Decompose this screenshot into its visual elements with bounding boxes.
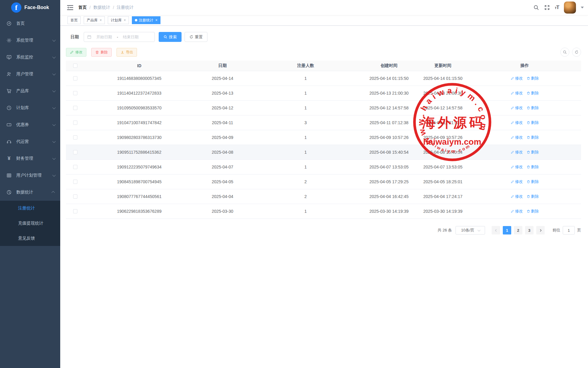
row-checkbox[interactable] <box>73 106 77 110</box>
table-search-button[interactable] <box>560 48 569 57</box>
row-checkbox[interactable] <box>73 91 77 95</box>
row-delete-link[interactable]: 删除 <box>527 105 539 111</box>
page-button-2[interactable]: 2 <box>514 226 522 234</box>
sidebar-item-finance-management[interactable]: ¥ 财务管理 <box>0 150 60 167</box>
toolbar: 修改 删除 导出 <box>66 48 581 57</box>
page-size-select[interactable]: 10条/页 <box>456 226 485 234</box>
search-button[interactable]: 搜索 <box>159 32 182 42</box>
row-checkbox[interactable] <box>73 180 77 184</box>
row-delete-link[interactable]: 删除 <box>527 135 539 140</box>
row-edit-label: 修改 <box>515 209 523 214</box>
cell-updated-time: 2025-04-12 14:57:58 <box>418 105 468 110</box>
breadcrumb-home[interactable]: 首页 <box>78 5 87 10</box>
row-edit-link[interactable]: 修改 <box>511 149 523 155</box>
table-refresh-button[interactable] <box>572 48 581 57</box>
search-icon[interactable] <box>533 5 539 11</box>
row-checkbox[interactable] <box>73 194 77 199</box>
tab-close-icon[interactable]: × <box>100 18 102 22</box>
export-button[interactable]: 导出 <box>117 48 137 57</box>
brand-header[interactable]: f Face-Book <box>0 0 60 15</box>
cell-id: 1906229818353676289 <box>84 209 194 214</box>
sidebar-item-agency-operation[interactable]: 代运营 <box>0 133 60 150</box>
row-delete-link[interactable]: 删除 <box>527 76 539 81</box>
breadcrumb-data-statistics[interactable]: 数据统计 <box>93 5 110 10</box>
row-checkbox[interactable] <box>73 135 77 140</box>
tab-close-icon[interactable]: × <box>155 18 157 22</box>
reset-button[interactable]: 重置 <box>185 32 207 42</box>
cell-register-count: 2 <box>251 179 360 184</box>
avatar[interactable] <box>564 2 576 14</box>
trash-icon <box>527 195 530 198</box>
column-header-updated-time[interactable]: 更新时间 <box>418 63 468 68</box>
row-checkbox[interactable] <box>73 76 77 80</box>
delete-button[interactable]: 删除 <box>91 48 112 57</box>
row-delete-link[interactable]: 删除 <box>527 209 539 214</box>
next-page-button[interactable] <box>536 226 545 234</box>
tab-home[interactable]: 首页 <box>67 16 81 24</box>
sidebar-collapse-icon[interactable] <box>67 5 73 10</box>
row-delete-link[interactable]: 删除 <box>527 120 539 125</box>
sidebar-item-coupons[interactable]: 优惠券 <box>0 116 60 133</box>
column-header-id[interactable]: ID <box>84 63 194 68</box>
tab-plan-library[interactable]: 计划库 × <box>108 16 129 24</box>
page-button-3[interactable]: 3 <box>525 226 534 234</box>
row-delete-link[interactable]: 删除 <box>527 179 539 184</box>
font-size-icon[interactable]: тT <box>555 5 559 11</box>
row-edit-link[interactable]: 修改 <box>511 76 523 81</box>
row-edit-link[interactable]: 修改 <box>511 90 523 96</box>
tab-close-icon[interactable]: × <box>124 18 126 22</box>
fullscreen-icon[interactable] <box>544 5 550 11</box>
trash-icon <box>527 180 530 184</box>
column-header-date[interactable]: 日期 <box>194 63 251 68</box>
tab-register-statistics[interactable]: 注册统计 × <box>132 16 160 24</box>
edit-button[interactable]: 修改 <box>66 48 86 57</box>
row-checkbox[interactable] <box>73 121 77 125</box>
trash-icon <box>527 106 530 110</box>
sidebar-item-home[interactable]: 首页 <box>0 15 60 32</box>
row-edit-link[interactable]: 修改 <box>511 135 523 140</box>
column-header-register-count[interactable]: 注册人数 <box>251 63 360 68</box>
cell-register-count: 1 <box>251 91 360 96</box>
sidebar-item-system-monitor[interactable]: 系统监控 <box>0 49 60 66</box>
column-header-created-time[interactable]: 创建时间 <box>360 63 418 68</box>
avatar-dropdown-caret-icon[interactable] <box>581 7 584 8</box>
sidebar-item-product-library[interactable]: 产品库 <box>0 83 60 99</box>
monitor-icon <box>6 54 12 60</box>
row-edit-link[interactable]: 修改 <box>511 179 523 184</box>
row-edit-link[interactable]: 修改 <box>511 120 523 125</box>
row-edit-link[interactable]: 修改 <box>511 164 523 170</box>
tab-product-library[interactable]: 产品库 × <box>84 16 105 24</box>
row-checkbox[interactable] <box>73 150 77 154</box>
row-delete-link[interactable]: 删除 <box>527 194 539 199</box>
sidebar-item-label: 计划库 <box>16 105 29 111</box>
search-icon <box>163 35 167 39</box>
sidebar-item-feedback[interactable]: 意见反馈 <box>0 231 60 246</box>
row-checkbox[interactable] <box>73 165 77 169</box>
sidebar-item-data-statistics[interactable]: 数据统计 <box>0 184 60 201</box>
prev-page-button[interactable] <box>492 226 500 234</box>
cell-register-count: 2 <box>251 194 360 199</box>
submenu-item-label: 注册统计 <box>18 206 35 211</box>
row-edit-link[interactable]: 修改 <box>511 209 523 214</box>
sidebar-item-plan-library[interactable]: 计划库 <box>0 99 60 116</box>
end-date-input[interactable] <box>120 35 142 39</box>
sidebar-item-register-statistics[interactable]: 注册统计 <box>0 201 60 216</box>
select-all-checkbox[interactable] <box>73 64 77 68</box>
row-delete-link[interactable]: 删除 <box>527 164 539 170</box>
sidebar-item-user-plan-management[interactable]: 用户计划管理 <box>0 167 60 184</box>
row-delete-link[interactable]: 删除 <box>527 149 539 155</box>
sidebar-item-user-management[interactable]: 用户管理 <box>0 66 60 83</box>
sidebar-item-recharge-withdraw-statistics[interactable]: 充值提现统计 <box>0 216 60 231</box>
chevron-down-icon <box>52 55 56 58</box>
sidebar-item-system-management[interactable]: 系统管理 <box>0 32 60 49</box>
pencil-icon <box>511 165 514 169</box>
row-edit-link[interactable]: 修改 <box>511 105 523 111</box>
row-delete-link[interactable]: 删除 <box>527 90 539 96</box>
start-date-input[interactable] <box>93 35 115 39</box>
sidebar-item-label: 代运营 <box>16 139 29 144</box>
date-range-picker[interactable]: - <box>84 32 155 42</box>
row-checkbox[interactable] <box>73 209 77 213</box>
goto-page-input[interactable] <box>563 226 575 234</box>
page-button-1[interactable]: 1 <box>503 226 511 234</box>
row-edit-link[interactable]: 修改 <box>511 194 523 199</box>
